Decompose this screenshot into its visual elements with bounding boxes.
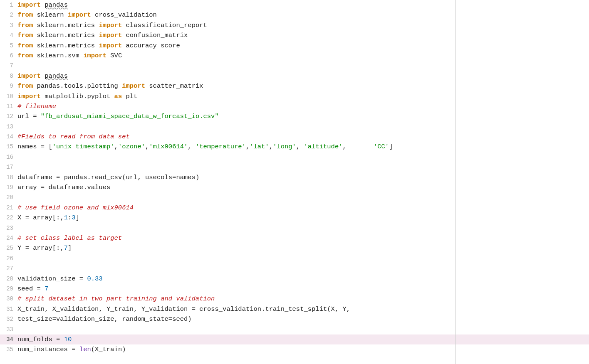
line-content[interactable]: import matplotlib.pyplot as plt (16, 91, 589, 101)
line-content[interactable]: validation_size = 0.33 (16, 274, 589, 284)
code-line[interactable]: 7 (0, 61, 589, 71)
line-content[interactable] (16, 253, 589, 263)
line-content[interactable]: seed = 7 (16, 284, 589, 294)
code-line[interactable]: 33 (0, 325, 589, 334)
text-token (110, 93, 114, 100)
code-line[interactable]: 22X = array[:,1:3] (0, 213, 589, 223)
line-content[interactable]: array = dataframe.values (16, 182, 589, 192)
line-content[interactable]: url = "fb_ardusat_miami_space_data_w_for… (16, 111, 589, 121)
line-content[interactable] (16, 263, 589, 273)
text-token (37, 143, 41, 150)
text-token: = (25, 214, 29, 221)
comment-token: # filename (17, 103, 56, 110)
line-content[interactable]: from sklearn.svm import SVC (16, 51, 589, 61)
code-line[interactable]: 21# use field ozone and mlx90614 (0, 203, 589, 213)
code-line[interactable]: 23 (0, 223, 589, 233)
code-line[interactable]: 27 (0, 263, 589, 273)
text-token (192, 143, 196, 150)
code-line[interactable]: 35num_instances = len(X_train) (0, 344, 589, 354)
text-token: , (60, 244, 64, 252)
line-number: 3 (0, 20, 16, 30)
line-content[interactable]: num_folds = 10 (16, 334, 589, 344)
code-line[interactable]: 12url = "fb_ardusat_miami_space_data_w_f… (0, 111, 589, 121)
line-content[interactable]: num_instances = len(X_train) (16, 344, 589, 354)
identifier-token: num_folds (17, 336, 52, 343)
line-number: 34 (0, 334, 16, 344)
line-content[interactable]: # split dataset in two part training and… (16, 294, 589, 304)
text-token: : (68, 214, 72, 221)
line-content[interactable]: from sklearn.metrics import accuracy_sco… (16, 41, 589, 51)
line-content[interactable]: import pandas (16, 71, 589, 81)
line-content[interactable]: X = array[:,1:3] (16, 213, 589, 223)
code-line[interactable]: 8import pandas (0, 71, 589, 81)
line-content[interactable] (16, 61, 589, 71)
code-line[interactable]: 32test_size=validation_size, random_stat… (0, 314, 589, 324)
text-token (33, 22, 37, 29)
line-content[interactable]: # filename (16, 101, 589, 111)
text-token: , (60, 214, 64, 221)
identifier-token: test_size (17, 315, 52, 323)
text-token: = (33, 113, 37, 120)
code-line[interactable]: 16 (0, 152, 589, 162)
code-line[interactable]: 30# split dataset in two part training a… (0, 294, 589, 304)
code-line[interactable]: 24# set class label as target (0, 233, 589, 243)
number-token: 7 (64, 244, 68, 252)
text-token (122, 22, 126, 29)
line-number: 13 (0, 122, 16, 132)
text-token (64, 11, 68, 19)
keyword-token: import (17, 1, 41, 9)
code-line[interactable]: 19array = dataframe.values (0, 182, 589, 192)
code-line[interactable]: 11# filename (0, 101, 589, 111)
text-token (41, 285, 45, 293)
code-editor[interactable]: 1import pandas2from sklearn import cross… (0, 0, 589, 364)
text-token (103, 305, 106, 313)
code-line[interactable]: 34num_folds = 10 (0, 334, 589, 344)
code-line[interactable]: 28validation_size = 0.33 (0, 274, 589, 284)
line-content[interactable] (16, 152, 589, 162)
line-content[interactable]: from sklearn.metrics import classificati… (16, 20, 589, 30)
line-content[interactable] (16, 192, 589, 202)
line-content[interactable]: # use field ozone and mlx90614 (16, 203, 589, 213)
text-token: = (41, 143, 45, 150)
code-line[interactable]: 20 (0, 192, 589, 202)
code-line[interactable]: 3from sklearn.metrics import classificat… (0, 20, 589, 30)
text-token (48, 305, 52, 313)
code-line[interactable]: 13 (0, 122, 589, 132)
code-line[interactable]: 6from sklearn.svm import SVC (0, 51, 589, 61)
code-line[interactable]: 14#Fields to read from data set (0, 132, 589, 142)
code-line[interactable]: 31X_train, X_validation, Y_train, Y_vali… (0, 304, 589, 314)
code-line[interactable]: 5from sklearn.metrics import accuracy_sc… (0, 41, 589, 51)
line-content[interactable]: import pandas (16, 0, 589, 10)
code-lines-container[interactable]: 1import pandas2from sklearn import cross… (0, 0, 589, 364)
line-number: 28 (0, 274, 16, 284)
line-content[interactable]: Y = array[:,7] (16, 243, 589, 253)
code-line[interactable]: 15names = ['unix_timestamp','ozone','mlx… (0, 142, 589, 152)
code-line[interactable]: 26 (0, 253, 589, 263)
line-number: 7 (0, 61, 16, 71)
code-line[interactable]: 9from pandas.tools.plotting import scatt… (0, 81, 589, 91)
code-line[interactable]: 4from sklearn.metrics import confusion_m… (0, 30, 589, 40)
line-content[interactable]: names = ['unix_timestamp','ozone','mlx90… (16, 142, 589, 152)
code-line[interactable]: 2from sklearn import cross_validation (0, 10, 589, 20)
code-line[interactable]: 25Y = array[:,7] (0, 243, 589, 253)
line-content[interactable]: dataframe = pandas.read_csv(url, usecols… (16, 172, 589, 182)
line-content[interactable]: from sklearn.metrics import confusion_ma… (16, 30, 589, 40)
line-content[interactable]: test_size=validation_size, random_state=… (16, 314, 589, 324)
line-content[interactable] (16, 122, 589, 132)
code-line[interactable]: 1import pandas (0, 0, 589, 10)
line-content[interactable]: #Fields to read from data set (16, 132, 589, 142)
text-token (118, 82, 122, 90)
line-content[interactable] (16, 223, 589, 233)
code-line[interactable]: 29seed = 7 (0, 284, 589, 294)
line-content[interactable] (16, 325, 589, 334)
line-content[interactable]: X_train, X_validation, Y_train, Y_valida… (16, 304, 589, 314)
code-line[interactable]: 10import matplotlib.pyplot as plt (0, 91, 589, 101)
line-number: 17 (0, 162, 16, 172)
line-content[interactable]: from pandas.tools.plotting import scatte… (16, 81, 589, 91)
code-line[interactable]: 17 (0, 162, 589, 172)
code-line[interactable]: 18dataframe = pandas.read_csv(url, useco… (0, 172, 589, 182)
line-content[interactable]: # set class label as target (16, 233, 589, 243)
keyword-token: from (17, 22, 33, 29)
line-content[interactable]: from sklearn import cross_validation (16, 10, 589, 20)
line-content[interactable] (16, 162, 589, 172)
